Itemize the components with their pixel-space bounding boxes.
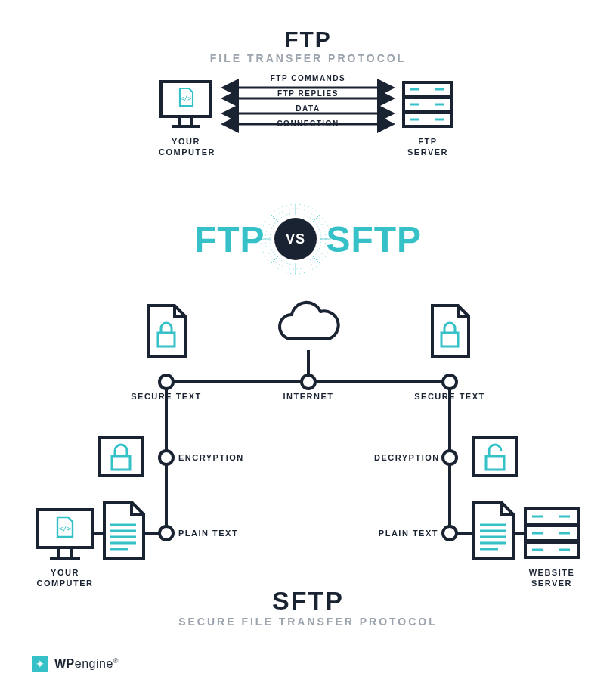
svg-point-32	[159, 451, 173, 464]
svg-point-29	[159, 375, 173, 389]
plain-left-label: PLAIN TEXT	[178, 528, 238, 539]
internet-label: INTERNET	[271, 391, 346, 402]
ftp-server	[401, 79, 455, 134]
svg-point-35	[443, 526, 457, 540]
secure-left-label: SECURE TEXT	[128, 391, 204, 402]
svg-point-31	[443, 375, 457, 389]
wpengine-glyph-icon	[32, 656, 48, 672]
arrow-label-commands: FTP COMMANDS	[219, 74, 397, 82]
ftp-subtitle: FILE TRANSFER PROTOCOL	[0, 52, 616, 64]
ftp-left-label-2: COMPUTER	[159, 147, 213, 158]
plaintext-left-icon	[98, 499, 148, 566]
vs-badge: VS	[274, 218, 317, 260]
wpengine-wordmark: WPengine®	[54, 657, 119, 671]
vs-right: SFTP	[326, 219, 422, 259]
server-icon	[401, 79, 455, 131]
encryption-label: ENCRYPTION	[178, 452, 244, 464]
encryption-lock-icon	[97, 435, 145, 482]
svg-point-33	[443, 451, 457, 464]
secure-doc-right-icon	[426, 303, 473, 365]
svg-line-28	[271, 256, 279, 263]
plaintext-right-icon	[468, 499, 518, 566]
sftp-server	[522, 505, 582, 566]
sftp-title-block: SFTP SECURE FILE TRANSFER PROTOCOL	[0, 586, 616, 628]
svg-line-27	[312, 215, 320, 222]
svg-line-25	[271, 215, 279, 222]
ftp-computer: </>	[159, 79, 213, 134]
secure-right-label: SECURE TEXT	[412, 391, 488, 402]
ftp-title: FTP	[0, 26, 616, 52]
server-icon	[522, 505, 582, 563]
ftp-title-block: FTP FILE TRANSFER PROTOCOL	[0, 26, 616, 64]
cloud-icon	[271, 303, 346, 352]
computer-icon: </>	[35, 507, 95, 563]
svg-point-30	[302, 375, 315, 389]
arrow-label-replies: FTP REPLIES	[219, 89, 397, 98]
sftp-title: SFTP	[0, 586, 616, 616]
computer-icon: </>	[159, 79, 213, 131]
sftp-subtitle: SECURE FILE TRANSFER PROTOCOL	[0, 616, 616, 628]
brand-rest: engine	[75, 657, 113, 670]
vs-circle: VS	[274, 218, 317, 260]
ftp-right-label-2: SERVER	[401, 147, 455, 158]
arrow-label-data: DATA	[219, 104, 397, 113]
brand-bold: WP	[54, 657, 75, 670]
svg-text:</>: </>	[59, 525, 72, 532]
decryption-label: DECRYPTION	[374, 452, 438, 464]
arrow-label-conn: CONNECTION	[219, 119, 397, 128]
svg-text:</>: </>	[181, 95, 192, 102]
decryption-lock-icon	[471, 435, 519, 482]
sftp-computer: </>	[35, 507, 95, 566]
svg-point-34	[159, 526, 173, 540]
footer-logo: WPengine®	[32, 656, 119, 672]
secure-doc-left-icon	[143, 303, 190, 365]
plain-right-label: PLAIN TEXT	[374, 528, 438, 539]
vs-row: FTP VS SFTP	[0, 218, 616, 260]
vs-left: FTP	[194, 219, 265, 259]
svg-line-26	[312, 256, 320, 263]
brand-reg: ®	[113, 657, 119, 665]
